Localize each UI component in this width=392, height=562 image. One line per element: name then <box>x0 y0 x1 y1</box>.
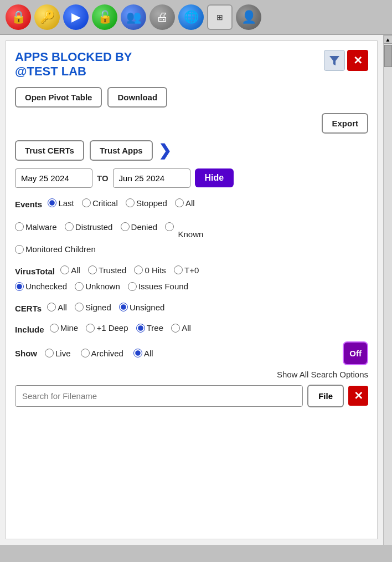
certs-all-option[interactable]: All <box>47 300 67 315</box>
globe-icon[interactable]: 🌐 <box>178 4 204 30</box>
people-icon[interactable]: 👥 <box>121 4 146 30</box>
include-all-option[interactable]: All <box>171 320 191 335</box>
person-icon[interactable]: 👤 <box>236 4 261 30</box>
date-separator-label: TO <box>97 173 109 183</box>
include-label: Include <box>15 325 44 334</box>
main-content: APPS BLOCKED BY @TEST LAB ✕ Open Pivot T… <box>0 35 392 545</box>
search-row: File ✕ <box>15 385 368 407</box>
events-label: Events <box>15 200 42 209</box>
scroll-up-arrow[interactable]: ▲ <box>384 35 393 44</box>
panel-header-icons: ✕ <box>324 50 368 71</box>
scrollbar[interactable]: ▲ <box>383 35 392 545</box>
vt-t0-option[interactable]: T+0 <box>174 263 199 278</box>
events-known-option[interactable]: Known <box>165 212 203 242</box>
export-row: Export <box>15 113 368 134</box>
hide-button[interactable]: Hide <box>195 168 234 187</box>
download-button[interactable]: Download <box>107 87 167 108</box>
search-close-button[interactable]: ✕ <box>348 386 368 406</box>
search-filename-input[interactable] <box>15 385 303 407</box>
show-section: Show Live Archived All Off <box>15 341 368 365</box>
events-stopped-option[interactable]: Stopped <box>126 196 167 211</box>
include-section: Include Mine +1 Deep Tree All <box>15 320 368 337</box>
virustotal-label: VirusTotal <box>15 267 55 276</box>
certs-signed-option[interactable]: Signed <box>75 300 111 315</box>
events-distrusted-option[interactable]: Distrusted <box>65 219 113 234</box>
include-tree-option[interactable]: Tree <box>136 320 163 335</box>
vt-0hits-option[interactable]: 0 Hits <box>134 263 166 278</box>
date-row: TO Hide <box>15 168 368 188</box>
show-all-search-options-link[interactable]: Show All Search Options <box>15 370 368 379</box>
vt-trusted-option[interactable]: Trusted <box>88 263 126 278</box>
trust-apps-button[interactable]: Trust Apps <box>90 140 153 161</box>
scroll-thumb[interactable] <box>384 45 392 67</box>
main-panel: APPS BLOCKED BY @TEST LAB ✕ Open Pivot T… <box>6 40 378 539</box>
include-mine-option[interactable]: Mine <box>50 320 79 335</box>
key-icon[interactable]: 🔑 <box>34 4 60 30</box>
play-icon[interactable]: ▶ <box>63 4 89 30</box>
show-archived-option[interactable]: Archived <box>81 346 123 361</box>
vt-all-option[interactable]: All <box>60 263 80 278</box>
events-critical-option[interactable]: Critical <box>82 196 118 211</box>
trust-row: Trust CERTs Trust Apps ❯ <box>15 140 368 161</box>
certs-section: CERTs All Signed Unsigned <box>15 300 368 316</box>
date-from-input[interactable] <box>15 168 92 188</box>
toolbar: 🔒🔑▶🔓👥🖨🌐⊞👤 <box>0 0 392 35</box>
top-button-row: Open Pivot Table Download <box>15 87 368 108</box>
events-monitored-children-option[interactable]: Monitored Children <box>15 242 96 257</box>
export-button[interactable]: Export <box>322 113 368 134</box>
unlock-icon[interactable]: 🔓 <box>92 4 117 30</box>
panel-header: APPS BLOCKED BY @TEST LAB ✕ <box>15 50 368 79</box>
lock-icon[interactable]: 🔒 <box>6 4 31 30</box>
funnel-button[interactable] <box>324 50 345 71</box>
funnel-icon <box>328 54 341 67</box>
svg-marker-0 <box>329 56 339 65</box>
virustotal-section: VirusTotal All Trusted 0 Hits T+0 Unchec… <box>15 263 368 295</box>
events-all-option[interactable]: All <box>175 196 195 211</box>
events-malware-option[interactable]: Malware <box>15 219 57 234</box>
file-button[interactable]: File <box>307 385 344 407</box>
include-1deep-option[interactable]: +1 Deep <box>86 320 128 335</box>
show-live-option[interactable]: Live <box>45 346 71 361</box>
show-all-option[interactable]: All <box>133 346 153 361</box>
events-denied-option[interactable]: Denied <box>121 219 158 234</box>
events-last-option[interactable]: Last <box>48 196 74 211</box>
panel-title: APPS BLOCKED BY @TEST LAB <box>15 50 324 79</box>
date-to-input[interactable] <box>113 168 190 188</box>
grid-icon[interactable]: ⊞ <box>207 4 233 30</box>
trust-certs-button[interactable]: Trust CERTs <box>15 140 84 161</box>
vt-unchecked-option[interactable]: Unchecked <box>15 279 67 294</box>
off-badge[interactable]: Off <box>343 341 368 365</box>
printer-icon[interactable]: 🖨 <box>149 4 175 30</box>
arrow-button[interactable]: ❯ <box>158 141 171 160</box>
events-section: Events Last Critical Stopped All Malware… <box>15 196 368 258</box>
close-panel-button[interactable]: ✕ <box>347 50 368 71</box>
vt-issues-option[interactable]: Issues Found <box>128 279 188 294</box>
certs-label: CERTs <box>15 304 42 313</box>
certs-unsigned-option[interactable]: Unsigned <box>119 300 164 315</box>
show-label: Show <box>15 346 37 361</box>
vt-unknown-option[interactable]: Unknown <box>75 279 120 294</box>
open-pivot-button[interactable]: Open Pivot Table <box>15 87 102 108</box>
